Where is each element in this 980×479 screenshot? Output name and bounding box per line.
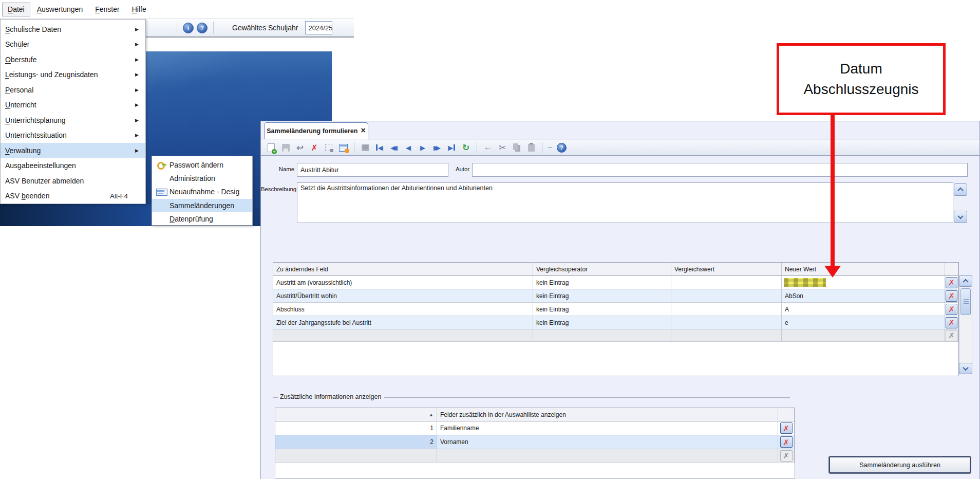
fields-table: ▲ Felder zusätzlich in der Auswahlliste … [275,408,795,478]
col-header-neuer-wert[interactable]: Neuer Wert [782,263,945,276]
menu-item-unterrichtssituation[interactable]: Unterrichtssituation▶ [1,128,145,143]
submenu-item-neuaufnahme-designer[interactable]: Neuaufnahme - Desig [152,185,252,198]
cell-operator[interactable]: kein Eintrag [533,316,671,329]
paste-icon[interactable] [525,141,537,154]
move-left-icon[interactable]: ← [482,141,494,154]
menubar-item-auswertungen[interactable]: Auswertungen [31,3,89,16]
menu-item-unterricht[interactable]: Unterricht▶ [1,98,145,113]
delete-row-button[interactable]: ✗ [946,304,957,315]
submenu-item-sammelaenderungen[interactable]: Sammeländerungen [152,199,252,212]
menubar: Datei Auswertungen Fenster Hilfe [0,0,354,19]
autor-input[interactable] [472,163,968,177]
col-header-felder[interactable]: Felder zusätzlich in der Auswahlliste an… [437,408,778,421]
name-input[interactable]: Austritt Abitur [297,163,448,177]
cell-feld[interactable]: Abschluss [273,303,533,316]
cell-feld[interactable]: Familienname [437,421,778,435]
cell-neuer-wert[interactable]: e [782,316,945,329]
beschreibung-scroll-up[interactable] [954,183,967,196]
table-scroll-thumb[interactable] [960,288,971,315]
nav-prev-icon[interactable]: ◀ [402,141,414,154]
menu-item-ausgabeeinstellungen[interactable]: Ausgabeeinstellungen [1,158,145,174]
submenu-item-datenpruefung[interactable]: Datenprüfung [152,212,252,226]
menu-item-personal[interactable]: Personal▶ [1,82,145,98]
copy-icon[interactable] [511,141,523,154]
toolbar-separator [177,22,177,34]
menu-item-schueler[interactable]: Schüler▶ [1,37,145,52]
delete-record-icon[interactable]: ✗ [308,141,321,154]
cell-vergleichswert[interactable] [671,303,782,316]
col-header-sort[interactable]: ▲ [275,408,437,421]
fields-row-selected: 2 Vornamen ✗ [275,435,795,449]
col-header-delete [945,263,958,276]
col-header-vergleichswert[interactable]: Vergleichswert [671,263,782,276]
tab-sammelaenderung-formulieren[interactable]: Sammeländerung formulieren × [264,122,368,139]
cell-feld[interactable]: Austritt am (voraussichtlich) [273,276,533,289]
cell-feld[interactable]: Vornamen [437,435,778,449]
table-scroll-up[interactable] [959,275,972,287]
groupbox-label: Zusätzliche Informationen anzeigen [280,393,381,400]
cell-operator[interactable]: kein Eintrag [533,289,671,303]
menu-item-leistungs-und-zeugnisdaten[interactable]: Leistungs- und Zeugnisdaten▶ [1,67,145,83]
tab-close-icon[interactable]: × [361,126,365,135]
fields-row-empty: ✗ [275,449,795,463]
menu-item-oberstufe[interactable]: Oberstufe▶ [1,52,145,67]
cell-vergleichswert[interactable] [671,276,782,289]
delete-row-button[interactable]: ✗ [780,422,793,434]
menubar-item-hilfe[interactable]: Hilfe [126,3,152,16]
schuljahr-label: Gewähltes Schuljahr [232,24,298,32]
table-scrollbar[interactable] [959,275,972,374]
cell-neuer-wert[interactable] [782,276,945,289]
menubar-item-fenster[interactable]: Fenster [89,3,125,16]
cell-feld[interactable]: Ziel der Jahrgangsstufe bei Austritt [273,316,533,329]
form-view-icon[interactable] [337,141,349,154]
menu-item-unterrichtsplanung[interactable]: Unterrichtsplanung▶ [1,113,145,128]
delete-row-button[interactable]: ✗ [780,436,793,448]
cell-operator[interactable]: kein Eintrag [533,303,671,316]
delete-row-button[interactable]: ✗ [946,317,957,328]
beschreibung-scroll-down[interactable] [954,211,967,223]
save-icon[interactable] [279,141,292,154]
toolbar-mini-separator [548,147,552,148]
delete-row-button[interactable]: ✗ [946,277,957,288]
menu-item-asv-benutzer-abmelden[interactable]: ASV Benutzer abmelden [1,173,145,189]
cell-vergleichswert[interactable] [671,289,782,303]
undo-icon[interactable]: ↩ [294,141,306,154]
cell-operator[interactable]: kein Eintrag [533,276,671,289]
menubar-item-datei[interactable]: Datei [2,3,30,16]
nav-last-icon[interactable]: ▶ [445,141,458,154]
new-record-icon[interactable] [265,141,277,154]
delete-row-button[interactable]: ✗ [946,290,957,302]
cell-neuer-wert[interactable]: AbSon [782,289,945,303]
submenu-item-administration[interactable]: Administration [152,172,252,185]
refresh-icon[interactable]: ↻ [460,141,472,154]
table-row: Ziel der Jahrgangsstufe bei Austritt kei… [273,316,958,329]
nav-fast-prev-icon[interactable]: ◀◀ [388,141,400,154]
cell-vergleichswert[interactable] [671,316,782,329]
help-icon[interactable]: ? [197,23,208,33]
select-icon[interactable] [323,141,335,154]
sammelaenderung-ausfuehren-button[interactable]: Sammeländerung ausführen [828,456,971,474]
cell-nr[interactable]: 1 [275,421,437,435]
info-icon[interactable]: i [183,23,194,33]
table-scroll-down[interactable] [959,363,972,374]
schuljahr-field[interactable]: 2024/25 [305,21,332,34]
beschreibung-textarea[interactable]: Setzt die Austrittsinformationen der Abi… [297,182,953,223]
records-icon[interactable] [359,141,371,154]
col-header-feld[interactable]: Zu änderndes Feld [273,263,533,276]
nav-first-icon[interactable]: ◀ [373,141,386,154]
cut-icon[interactable]: ✂ [496,141,508,154]
col-header-operator[interactable]: Vergleichsoperator [533,263,671,276]
menu-item-asv-beenden[interactable]: ASV beendenAlt-F4 [1,189,145,204]
menu-item-schulische-daten[interactable]: Schulische Daten▶ [1,22,145,37]
change-table-header: Zu änderndes Feld Vergleichsoperator Ver… [273,263,958,276]
form-icon [156,189,167,196]
cell-feld[interactable]: Austritt/Übertritt wohin [273,289,533,303]
nav-next-icon[interactable]: ▶ [417,141,429,154]
autor-label: Autor [441,166,469,172]
submenu-item-passwort-aendern[interactable]: Passwort ändern [152,158,252,172]
cell-neuer-wert[interactable]: A [782,303,945,316]
menu-item-verwaltung[interactable]: Verwaltung▶ [1,143,145,158]
panel-help-icon[interactable]: ? [557,143,567,153]
nav-fast-next-icon[interactable]: ▶▶ [431,141,443,154]
cell-nr[interactable]: 2 [275,435,437,449]
